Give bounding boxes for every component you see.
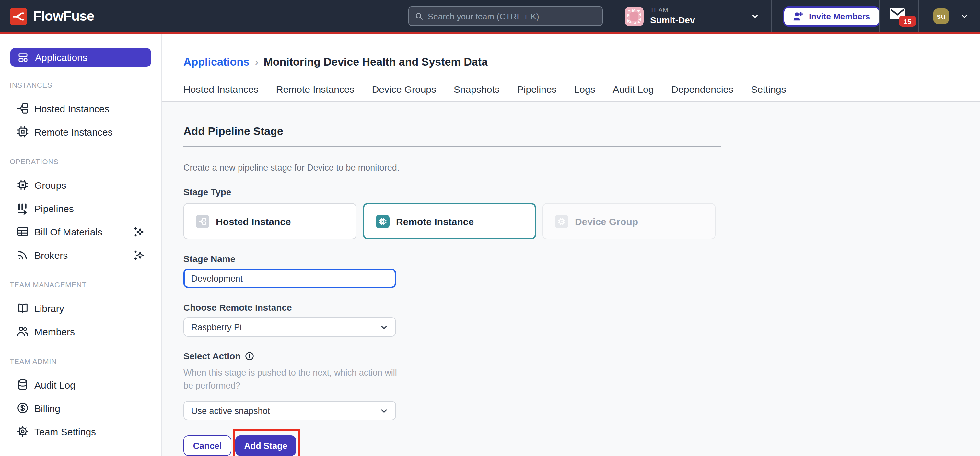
stage-type-option-label: Hosted Instance [216, 216, 291, 227]
stage-type-option-label: Remote Instance [396, 216, 474, 227]
dollar-circle-icon [16, 402, 29, 415]
sidebar-section-team-management: TEAM MANAGEMENT [10, 281, 161, 289]
breadcrumb-chevron-icon: › [255, 56, 258, 69]
team-label: TEAM: [650, 6, 695, 14]
sidebar-item-audit-log[interactable]: Audit Log [0, 373, 161, 396]
sidebar-section-team-admin: TEAM ADMIN [10, 357, 161, 365]
tab-hosted-instances[interactable]: Hosted Instances [183, 84, 259, 95]
stage-type-hosted-instance[interactable]: Hosted Instance [183, 203, 356, 239]
navbar-divider [918, 0, 919, 32]
sidebar-item-members[interactable]: Members [0, 320, 161, 343]
app-window: FlowFuse [0, 0, 980, 456]
sidebar-section-instances: INSTANCES [10, 81, 161, 89]
sidebar-item-pipelines[interactable]: Pipelines [0, 196, 161, 220]
action-select[interactable]: Use active snapshot [183, 401, 396, 420]
stage-type-label: Stage Type [183, 187, 980, 197]
sidebar-item-bill-of-materials[interactable]: Bill Of Materials [0, 220, 161, 243]
sidebar-item-library[interactable]: Library [0, 297, 161, 320]
tab-device-groups[interactable]: Device Groups [372, 84, 436, 95]
add-stage-button[interactable]: Add Stage [235, 435, 296, 456]
grid-layout-icon [18, 52, 29, 63]
gear-icon [16, 425, 29, 438]
invite-members-button[interactable]: Invite Members [783, 6, 880, 27]
sidebar-item-label: Groups [34, 179, 66, 190]
user-avatar[interactable]: su [933, 8, 949, 24]
page-title: Monitoring Device Health and System Data [264, 56, 488, 69]
sidebar-item-label: Pipelines [34, 203, 74, 214]
remote-instance-value: Raspberry Pi [191, 322, 242, 332]
users-icon [16, 325, 29, 338]
tab-dependencies[interactable]: Dependencies [671, 84, 733, 95]
search-input[interactable] [428, 11, 596, 21]
chip-icon [376, 214, 390, 228]
tab-snapshots[interactable]: Snapshots [454, 84, 500, 95]
open-book-icon [16, 301, 29, 315]
sidebar-item-label: Library [34, 303, 64, 314]
chevron-down-icon[interactable] [960, 12, 969, 20]
chip-frame-icon [555, 214, 568, 228]
team-search[interactable] [408, 6, 603, 26]
sidebar-item-remote-instances[interactable]: Remote Instances [0, 120, 161, 143]
branch-nodes-icon [16, 102, 29, 115]
bars-arrow-icon [16, 202, 29, 215]
database-icon [16, 378, 29, 391]
sidebar-item-label: Billing [34, 402, 60, 413]
team-name: Sumit-Dev [650, 14, 695, 26]
tab-settings[interactable]: Settings [751, 84, 786, 95]
info-icon[interactable] [244, 351, 255, 361]
main-panel: Applications › Monitoring Device Health … [162, 34, 980, 456]
text-cursor [243, 273, 244, 284]
tab-audit-log[interactable]: Audit Log [613, 84, 654, 95]
person-plus-icon [793, 12, 804, 21]
sidebar-item-label: Bill Of Materials [34, 226, 102, 237]
title-divider [183, 146, 721, 147]
team-avatar [625, 7, 644, 26]
main-header: Applications › Monitoring Device Health … [162, 34, 980, 102]
chip-icon [16, 125, 29, 138]
table-icon [16, 225, 29, 238]
flowfuse-logo-icon [10, 8, 27, 25]
team-selector[interactable]: TEAM: Sumit-Dev [625, 0, 695, 32]
sidebar-item-label: Audit Log [34, 379, 75, 390]
sidebar-item-team-settings[interactable]: Team Settings [0, 420, 161, 443]
sidebar-item-brokers[interactable]: Brokers [0, 243, 161, 266]
sidebar-item-applications[interactable]: Applications [10, 48, 151, 67]
tab-remote-instances[interactable]: Remote Instances [276, 84, 355, 95]
sidebar-item-groups[interactable]: Groups [0, 173, 161, 196]
brand[interactable]: FlowFuse [0, 8, 94, 25]
action-value: Use active snapshot [191, 406, 270, 415]
remote-instance-select[interactable]: Raspberry Pi [183, 317, 396, 336]
stage-name-label: Stage Name [183, 254, 980, 264]
stage-name-input[interactable]: Development [183, 269, 396, 288]
stage-type-device-group: Device Group [542, 203, 716, 239]
tab-pipelines[interactable]: Pipelines [517, 84, 557, 95]
sidebar-item-billing[interactable]: Billing [0, 396, 161, 420]
sidebar: Applications INSTANCES Hosted Instances … [0, 34, 162, 456]
remote-instance-label: Choose Remote Instance [183, 302, 980, 313]
notification-badge: 15 [899, 16, 916, 27]
stage-name-value: Development [191, 273, 243, 283]
chevron-down-icon [380, 323, 388, 331]
chip-frame-icon [16, 179, 29, 191]
form-title: Add Pipeline Stage [183, 125, 980, 138]
branch-nodes-icon [196, 214, 209, 228]
chevron-down-icon [380, 407, 388, 415]
tab-logs[interactable]: Logs [574, 84, 595, 95]
sidebar-item-label: Team Settings [34, 426, 96, 437]
top-navbar: FlowFuse [0, 0, 980, 34]
sidebar-item-hosted-instances[interactable]: Hosted Instances [0, 97, 161, 120]
form-description: Create a new pipeline stage for Device t… [183, 163, 980, 172]
cancel-button[interactable]: Cancel [183, 435, 231, 456]
chevron-down-icon[interactable] [751, 12, 760, 20]
sidebar-item-label: Hosted Instances [34, 103, 110, 114]
navbar-divider [771, 0, 772, 32]
notifications-button[interactable]: 15 [890, 8, 916, 27]
select-action-label-text: Select Action [183, 351, 240, 361]
stage-type-remote-instance[interactable]: Remote Instance [363, 203, 536, 239]
breadcrumb-applications-link[interactable]: Applications [183, 56, 250, 69]
sparkles-icon [133, 249, 145, 261]
sidebar-item-label: Brokers [34, 249, 68, 260]
stage-type-options: Hosted Instance Remote Instance [183, 203, 980, 239]
select-action-help: When this stage is pushed to the next, w… [183, 367, 407, 392]
sidebar-section-operations: OPERATIONS [10, 158, 161, 166]
